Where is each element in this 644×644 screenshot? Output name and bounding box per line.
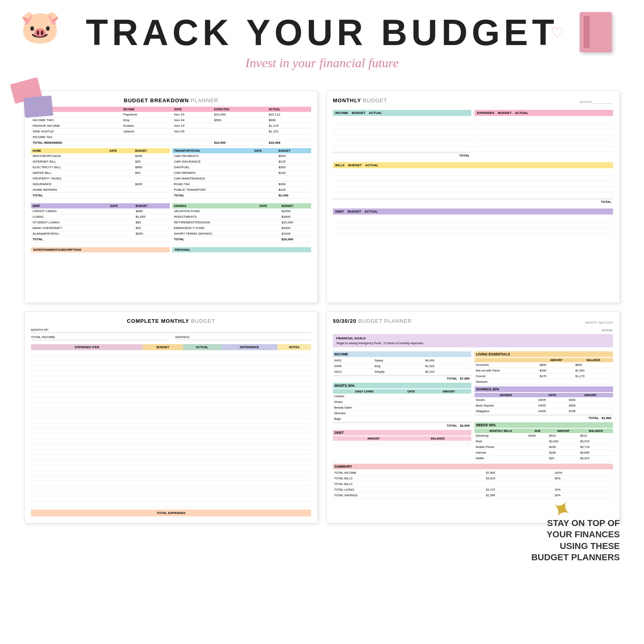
table-row (31, 361, 311, 366)
pig-icon: 🐷 (20, 8, 60, 46)
table-row (31, 366, 311, 371)
monthly-budget-grid: INCOME BUDGET ACTUAL TOTAL EXPENSES (333, 110, 613, 158)
wants-col-amount: AMOUNT (426, 389, 471, 394)
table-row: CAR PAYMENTS$500 (172, 153, 311, 159)
table-row (333, 216, 613, 222)
table-row (31, 476, 311, 481)
table-row (31, 460, 311, 465)
needs-table: MONTHLY BILLS DUE AMOUNT BALANCE Electri… (475, 429, 613, 461)
table-row (333, 442, 471, 444)
table-row: STUDENT LOANS$50 (31, 220, 170, 225)
table-row (333, 170, 613, 175)
table-row (31, 392, 311, 397)
table-row: Mobile Phone$200$3,715 (475, 444, 613, 450)
bills-section-title: BILLS BUDGET ACTUAL (333, 162, 613, 168)
table-row (333, 187, 613, 192)
main-grid: INCOME 04/01Salary$4,000 04/05Etsy$1,520… (333, 350, 613, 461)
savings-field: SAVINGS: (175, 334, 311, 340)
table-row: 04/13Shopify$2,310 (333, 369, 471, 374)
summary-header: SUMMARY (333, 464, 613, 469)
income-col-income: INCOME (122, 107, 173, 112)
income-table: INCOME TYPE INCOME DATE EXPECTED ACTUAL … (31, 107, 311, 146)
table-row: Shoes (333, 399, 471, 405)
living-col-item (475, 358, 539, 362)
table-row: TOTAL LIVING$1,17015% (333, 487, 613, 492)
table-row (31, 502, 311, 507)
table-row: Bags (333, 416, 471, 421)
table-row: INTERNET BILL$25 (31, 159, 170, 165)
actual-label: ACTUAL (333, 329, 613, 332)
month-field: MONTH OF: (31, 327, 311, 333)
col-item: EXPENSES ITEM (31, 344, 143, 350)
panel4-month: MONTH: April 2024 (585, 321, 613, 324)
right-column: LIVING ESSENTIALS AMOUNT BALANCE Groceri… (475, 350, 613, 461)
table-row: 04/01Salary$4,000 (333, 358, 471, 363)
living-table: AMOUNT BALANCE Groceries$800$800 Eat out… (475, 358, 613, 385)
table-row: INCOME TAX (31, 134, 311, 140)
table-row: EMERGENCY FUND$1000 (172, 225, 311, 231)
table-row: SIDE HUSTLEUpworkNov 09$1,151 (31, 129, 311, 134)
table-row: CAR REPAIRS$100 (172, 170, 311, 176)
savings-table: SAVINGSDATEBUDGET VACATION FUND$1000 INV… (172, 203, 311, 242)
table-row: Electricity04/05$515$515 (475, 433, 613, 439)
panel1-title: BUDGET BREAKDOWN PLANNER (31, 97, 311, 103)
total-row: TOTAL (31, 193, 170, 198)
wants-col-date: DATE (396, 389, 426, 394)
expenses-section-title: EXPENSES BUDGET ACTUAL (475, 110, 613, 116)
table-row: CREDIT CARDS$260 (31, 208, 170, 214)
living-header: LIVING ESSENTIALS (475, 351, 613, 357)
budget-breakdown-panel: BUDGET BREAKDOWN PLANNER INCOME TYPE INC… (24, 91, 318, 303)
table-row: GAS/FUEL$300 (172, 165, 311, 170)
debt-table: DEBTDATEBUDGET CREDIT CARDS$260 LOANS$1,… (31, 203, 170, 242)
table-row (333, 181, 613, 187)
table-row: Bank Deposit04/05$500 (475, 402, 613, 408)
wants-col-daily: DAILY LIVING (333, 389, 396, 394)
page-header: TRACK YOUR BUDGET Invest in your financi… (0, 0, 644, 74)
total-bills: TOTAL (333, 199, 613, 204)
content-grid: BUDGET BREAKDOWN PLANNER INCOME TYPE INC… (0, 83, 644, 531)
expenses-mb-table (475, 118, 613, 152)
debt-savings-section: DEBTDATEBUDGET CREDIT CARDS$260 LOANS$1,… (31, 203, 311, 245)
table-row: Eat out with Fams$200$1,000 (475, 367, 613, 373)
income-header-502030: INCOME (333, 351, 471, 357)
table-row: INCOME ONEPaycheckNov 25$10,000$15,112 (31, 112, 311, 118)
savings-col-amount: AMOUNT (568, 393, 613, 397)
table-row: INCOME TWOEtsyNov 04$500$990 (31, 118, 311, 123)
complete-budget-table: EXPENSES ITEM BUDGET ACTUAL DIFFERENCE N… (31, 344, 311, 508)
table-row (31, 355, 311, 361)
table-row: TOTAL SAVINGS$1,56620% (333, 492, 613, 498)
table-row: Rent$3,000$3,515 (475, 438, 613, 444)
debt-col1 (333, 436, 343, 441)
needs-col-due: DUE (527, 429, 548, 433)
table-row: ROAD TAX$300 (172, 182, 311, 187)
extra-section: ENTERTAINMENT/SUBSCRIPTIONS PERSONAL (31, 247, 311, 252)
table-row: PUBLIC TRANSPORT$120 (172, 187, 311, 193)
table-row (333, 192, 613, 198)
living-col-balance: BALANCE (574, 358, 613, 362)
table-row: Course$170$1,170 (475, 373, 613, 379)
table-row (31, 429, 311, 434)
table-row: TOTAL BILLS (333, 481, 613, 487)
home-table: HOMEDATEBUDGET RENT/MORTGAGE$250 INTERNE… (31, 148, 170, 198)
debt-header-502030: DEBT (333, 430, 471, 436)
table-row (333, 140, 471, 146)
total-row: TOTAL$16,000 (172, 237, 311, 242)
extra-right: PERSONAL (172, 247, 311, 252)
total-row: TOTAL REMAINING$10,500$18,468 (31, 140, 311, 146)
table-row (31, 455, 311, 460)
table-row: WATER BILL$20 (31, 170, 170, 176)
debt-col-amount: AMOUNT (343, 436, 404, 441)
panel4-title: 50/30/20 BUDGET PLANNER (333, 318, 412, 324)
page-subtitle: Invest in your financial future (0, 56, 644, 70)
heart-icon: ♡ (551, 24, 564, 41)
table-row: PASSIVE INCOMEDividenNov 15$1,215 (31, 123, 311, 129)
table-row: VACATION FUND$1000 (172, 208, 311, 214)
table-row (31, 397, 311, 402)
table-row (31, 382, 311, 387)
wants-header: WANTS 30% (333, 383, 471, 388)
table-row: HOME REPAIRS (31, 187, 170, 193)
panel2-title: MONTHLY BUDGET (333, 97, 387, 103)
needs-col-bill: MONTHLY BILLS (475, 429, 527, 433)
total-income-field: TOTAL INCOME: (31, 334, 167, 340)
table-row (333, 175, 613, 181)
